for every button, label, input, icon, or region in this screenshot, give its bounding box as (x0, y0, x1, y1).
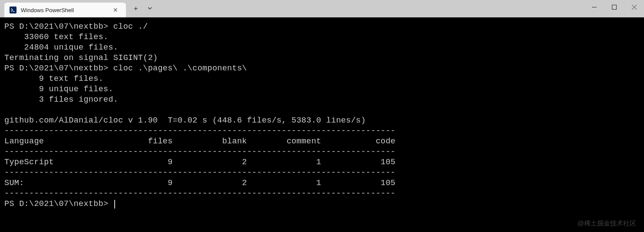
terminal-output[interactable]: PS D:\2021\07\nextbb> cloc ./ 33060 text… (0, 17, 644, 214)
close-button[interactable] (624, 0, 644, 14)
tab-dropdown-button[interactable] (143, 6, 157, 12)
command-text: cloc .\pages\ .\components\ (113, 64, 247, 73)
window-titlebar: Windows PowerShell ✕ + (0, 0, 644, 17)
output-line: github.com/AlDanial/cloc v 1.90 T=0.02 s… (4, 116, 366, 125)
table-row: TypeScript 9 2 1 105 (4, 158, 396, 167)
output-line: Terminating on signal SIGINT(2) (4, 53, 158, 63)
terminal-tab[interactable]: Windows PowerShell ✕ (4, 3, 126, 17)
table-header: Language files blank comment code (4, 137, 396, 146)
output-line: 9 unique files. (4, 85, 113, 94)
prompt: PS D:\2021\07\nextbb> (4, 22, 113, 31)
table-divider: ----------------------------------------… (4, 147, 396, 156)
titlebar-left: Windows PowerShell ✕ + (0, 0, 157, 17)
minimize-button[interactable] (584, 0, 604, 14)
table-divider: ----------------------------------------… (4, 189, 396, 198)
output-line: 24804 unique files. (4, 43, 118, 52)
command-text: cloc ./ (113, 22, 148, 31)
tab-close-button[interactable]: ✕ (110, 6, 121, 14)
table-sum-row: SUM: 9 2 1 105 (4, 179, 396, 188)
prompt: PS D:\2021\07\nextbb> (4, 64, 113, 73)
watermark-text: @稀土掘金技术社区 (578, 219, 636, 228)
prompt: PS D:\2021\07\nextbb> (4, 199, 113, 209)
table-divider: ----------------------------------------… (4, 126, 396, 136)
output-line: 33060 text files. (4, 33, 108, 42)
tab-title: Windows PowerShell (21, 7, 110, 13)
cursor-icon (114, 200, 115, 209)
maximize-button[interactable] (604, 0, 624, 14)
powershell-icon (10, 7, 17, 13)
window-controls (584, 0, 644, 17)
table-divider: ----------------------------------------… (4, 168, 396, 177)
output-line: 9 text files. (4, 74, 103, 83)
output-line: 3 files ignored. (4, 95, 118, 104)
svg-rect-3 (612, 5, 616, 9)
new-tab-button[interactable]: + (129, 5, 143, 13)
